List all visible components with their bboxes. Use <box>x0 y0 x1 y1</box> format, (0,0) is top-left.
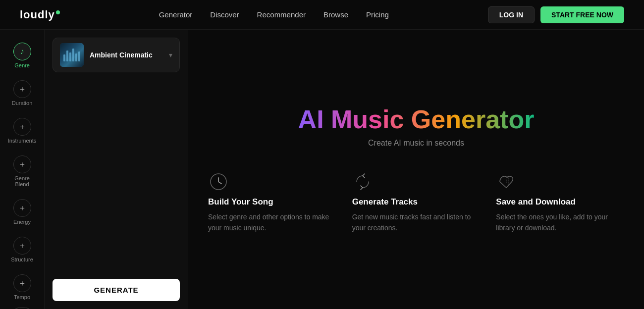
page-title: AI Music Generator <box>298 105 535 134</box>
login-button[interactable]: LOG IN <box>488 6 535 23</box>
center-panel: Ambient Cinematic ▾ GENERATE <box>45 30 188 309</box>
sidebar-item-genre-blend[interactable]: ＋ Genre Blend <box>4 151 40 192</box>
genre-thumb-bars <box>63 49 80 61</box>
header-buttons: LOG IN START FREE NOW <box>488 6 624 23</box>
sidebar-label-instruments: Instruments <box>8 138 36 144</box>
generate-button[interactable]: GENERATE <box>53 279 180 301</box>
nav-pricing[interactable]: Pricing <box>366 10 389 19</box>
generate-title: Generate Tracks <box>352 197 481 207</box>
genre-thumbnail <box>60 43 84 67</box>
main-content: AI Music Generator Create AI music in se… <box>188 30 644 309</box>
feature-save: Save and Download Select the ones you li… <box>496 171 624 233</box>
save-desc: Select the ones you like, add to your li… <box>496 212 624 233</box>
sidebar-item-genre[interactable]: ♪ Genre <box>4 38 40 73</box>
logo-dot <box>56 10 60 14</box>
build-icon <box>208 171 229 192</box>
sidebar-item-instruments[interactable]: ＋ Instruments <box>4 113 40 149</box>
feature-build: Build Your Song Select genre and other o… <box>208 171 336 233</box>
structure-icon: ＋ <box>13 237 31 255</box>
main-nav: Generator Discover Recommender Browse Pr… <box>159 10 389 19</box>
save-title: Save and Download <box>496 197 624 207</box>
bar-5 <box>75 53 77 61</box>
sidebar: ♪ Genre ＋ Duration ＋ Instruments ＋ Genre… <box>0 30 45 309</box>
bar-3 <box>69 52 71 61</box>
bar-6 <box>78 52 80 61</box>
generate-icon <box>352 171 373 192</box>
nav-recommender[interactable]: Recommender <box>257 10 306 19</box>
header: loudly Generator Discover Recommender Br… <box>0 0 644 30</box>
genre-selector[interactable]: Ambient Cinematic ▾ <box>53 38 180 72</box>
nav-discover[interactable]: Discover <box>210 10 239 19</box>
tempo-icon: ＋ <box>13 274 31 292</box>
nav-generator[interactable]: Generator <box>159 10 193 19</box>
main-layout: ♪ Genre ＋ Duration ＋ Instruments ＋ Genre… <box>0 30 644 309</box>
bar-1 <box>63 54 65 61</box>
save-icon <box>496 171 517 192</box>
page-subtitle: Create AI music in seconds <box>368 139 464 148</box>
sidebar-item-structure[interactable]: ＋ Structure <box>4 232 40 267</box>
build-title: Build Your Song <box>208 197 336 207</box>
sidebar-label-genre: Genre <box>14 62 30 68</box>
instruments-icon: ＋ <box>13 118 31 136</box>
help-button[interactable]: ? <box>13 307 31 309</box>
genre-thumb-inner <box>60 43 84 67</box>
bar-2 <box>66 51 68 61</box>
genre-blend-icon: ＋ <box>13 155 31 173</box>
sidebar-label-genre-blend: Genre Blend <box>7 175 37 187</box>
genre-icon: ♪ <box>13 43 31 60</box>
bar-4 <box>72 49 74 61</box>
sidebar-label-structure: Structure <box>11 257 33 262</box>
duration-icon: ＋ <box>13 80 31 98</box>
generate-desc: Get new music tracks fast and listen to … <box>352 212 481 233</box>
chevron-down-icon: ▾ <box>169 51 172 59</box>
build-desc: Select genre and other options to make y… <box>208 212 336 233</box>
nav-browse[interactable]: Browse <box>323 10 348 19</box>
feature-generate: Generate Tracks Get new music tracks fas… <box>352 171 481 233</box>
start-free-button[interactable]: START FREE NOW <box>540 6 624 23</box>
sidebar-label-duration: Duration <box>12 100 33 106</box>
logo-text: loudly <box>20 8 55 21</box>
logo: loudly <box>20 8 60 21</box>
sidebar-item-tempo[interactable]: ＋ Tempo <box>4 269 40 305</box>
features-grid: Build Your Song Select genre and other o… <box>208 171 624 233</box>
sidebar-item-duration[interactable]: ＋ Duration <box>4 75 40 111</box>
sidebar-label-tempo: Tempo <box>14 294 30 300</box>
sidebar-label-energy: Energy <box>13 219 31 225</box>
genre-name: Ambient Cinematic <box>90 51 163 59</box>
energy-icon: ＋ <box>13 199 31 217</box>
sidebar-item-energy[interactable]: ＋ Energy <box>4 194 40 230</box>
